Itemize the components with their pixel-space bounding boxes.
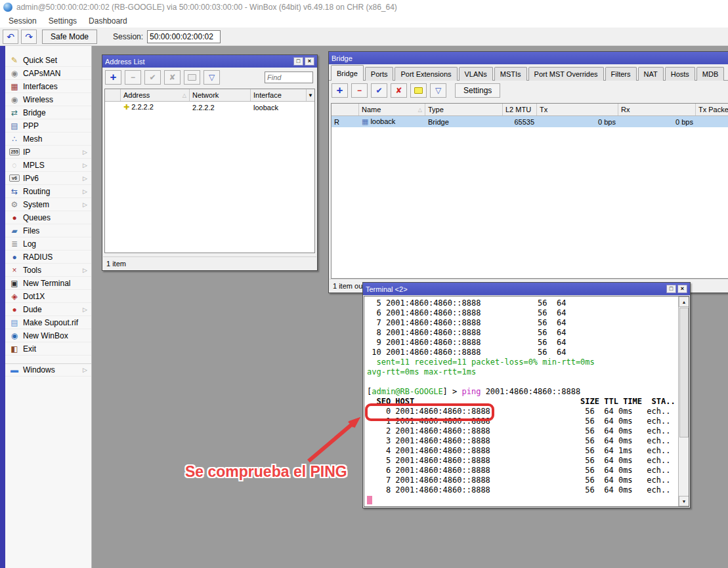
bridge-table: Name△TypeL2 MTUTxRxTx Packet ( R▦looback…	[331, 103, 728, 279]
address-list-titlebar[interactable]: Address List □ ×	[102, 55, 317, 68]
tab-port-mst-overrides[interactable]: Port MST Overrides	[528, 67, 604, 81]
tab-bridge[interactable]: Bridge	[331, 65, 364, 81]
scrollbar-thumb[interactable]	[679, 308, 689, 437]
menu-item-settings[interactable]: Settings	[43, 15, 83, 27]
column-header-flags[interactable]	[105, 89, 121, 101]
column-header-flags[interactable]	[332, 104, 359, 115]
redo-button[interactable]: ↷	[21, 30, 37, 44]
sidebar-item-new-winbox[interactable]: ◉New WinBox	[5, 329, 91, 342]
sidebar-item-wireless[interactable]: ◉Wireless	[5, 93, 91, 106]
sidebar-item-label: System	[23, 200, 83, 209]
disable-button[interactable]: ✘	[164, 70, 181, 85]
terminal-line: 4 2001:4860:4860::8888 56 64 1ms ech..	[367, 446, 677, 456]
ipv6-icon: v6	[9, 174, 20, 182]
sidebar-item-routing[interactable]: ⇆Routing▷	[5, 185, 91, 198]
column-header-type[interactable]: Type	[425, 104, 503, 115]
sidebar-item-windows[interactable]: ▬Windows▷	[5, 363, 91, 376]
scroll-up-icon[interactable]: ▲	[679, 296, 689, 307]
sidebar-item-label: Tools	[23, 266, 83, 275]
column-header-name[interactable]: Name△	[359, 104, 425, 115]
remove-button[interactable]: −	[351, 83, 368, 98]
close-icon[interactable]: ×	[677, 285, 687, 293]
tab-filters[interactable]: Filters	[605, 67, 637, 81]
menu-item-dashboard[interactable]: Dashboard	[83, 15, 133, 27]
tab-ports[interactable]: Ports	[365, 67, 394, 81]
sidebar-item-ipv6[interactable]: v6IPv6▷	[5, 172, 91, 185]
sidebar-item-interfaces[interactable]: ▦Interfaces	[5, 80, 91, 93]
undo-button[interactable]: ↶	[3, 30, 18, 44]
sidebar-item-ip[interactable]: 255IP▷	[5, 146, 91, 159]
sidebar-item-label: New Terminal	[23, 279, 87, 288]
column-header-rx[interactable]: Rx	[618, 104, 696, 115]
sidebar-item-system[interactable]: ⚙System▷	[5, 198, 91, 211]
column-header-tx-packet[interactable]: Tx Packet (	[696, 104, 728, 115]
sidebar-item-mpls[interactable]: ◌MPLS▷	[5, 159, 91, 172]
sidebar-item-capsman[interactable]: ◉CAPsMAN	[5, 67, 91, 80]
terminal-body[interactable]: 5 2001:4860:4860::8888 56 64 6 2001:4860…	[364, 296, 689, 507]
sidebar-item-dot1x[interactable]: ◈Dot1X	[5, 290, 91, 303]
tab-hosts[interactable]: Hosts	[665, 67, 695, 81]
session-field[interactable]	[147, 30, 221, 43]
sidebar-accent-strip	[0, 46, 5, 568]
remove-button[interactable]: −	[125, 70, 141, 85]
maximize-icon[interactable]: □	[666, 285, 676, 293]
column-selector-dropdown-icon[interactable]: ▼	[307, 89, 314, 101]
maximize-icon[interactable]: □	[293, 57, 303, 66]
terminal-text: sent=11 received=11 packet-loss=0% min-r…	[367, 357, 595, 367]
sidebar-item-mesh[interactable]: ∴Mesh	[5, 132, 91, 146]
terminal-text: 8 2001:4860:4860::8888 56 64	[367, 328, 566, 337]
scroll-down-icon[interactable]: ▼	[679, 496, 689, 506]
column-header-network[interactable]: Network	[190, 89, 251, 101]
sidebar-item-bridge[interactable]: ⇄Bridge	[5, 106, 91, 119]
sidebar-item-make-supout-rif[interactable]: ▤Make Supout.rif	[5, 316, 91, 329]
enable-button[interactable]: ✔	[371, 83, 387, 98]
table-row[interactable]: ✚2.2.2.22.2.2.2looback	[105, 102, 314, 113]
sidebar-item-log[interactable]: ≣Log	[5, 237, 91, 251]
sidebar-item-exit[interactable]: ◧Exit	[5, 342, 91, 355]
terminal-line	[367, 495, 677, 505]
safe-mode-button[interactable]: Safe Mode	[42, 30, 97, 44]
filter-button[interactable]: ▽	[203, 70, 220, 85]
settings-button[interactable]: Settings	[455, 83, 500, 98]
tab-vlans[interactable]: VLANs	[459, 67, 493, 81]
bridge-title: Bridge	[332, 54, 728, 62]
tab-mdb[interactable]: MDB	[696, 67, 724, 81]
tab-nat[interactable]: NAT	[638, 67, 664, 81]
sidebar-item-new-terminal[interactable]: ▣New Terminal	[5, 277, 91, 290]
terminal-titlebar[interactable]: Terminal <2> □ ×	[363, 283, 690, 295]
sidebar-item-ppp[interactable]: ▤PPP	[5, 119, 91, 132]
disable-button[interactable]: ✘	[391, 83, 407, 98]
column-header-tx[interactable]: Tx	[537, 104, 618, 115]
winbox-logo-icon	[3, 3, 12, 12]
sidebar-item-files[interactable]: ▰Files	[5, 224, 91, 237]
sidebar-item-label: Mesh	[23, 134, 87, 144]
menu-item-session[interactable]: Session	[3, 15, 43, 27]
enable-button[interactable]: ✔	[144, 70, 161, 85]
close-icon[interactable]: ×	[305, 57, 314, 66]
filter-button[interactable]: ▽	[430, 83, 446, 98]
sidebar-item-dude[interactable]: ●Dude▷	[5, 303, 91, 316]
comment-button[interactable]	[410, 83, 427, 98]
tab-mstis[interactable]: MSTIs	[494, 67, 527, 81]
add-button[interactable]: +	[105, 70, 121, 85]
sidebar-item-tools[interactable]: ×Tools▷	[5, 264, 91, 277]
table-cell: looback	[251, 104, 307, 112]
find-input[interactable]	[265, 71, 313, 83]
submenu-arrow-icon: ▷	[83, 267, 87, 274]
tab-port-extensions[interactable]: Port Extensions	[395, 67, 457, 81]
add-button[interactable]: +	[332, 83, 348, 98]
submenu-arrow-icon: ▷	[83, 201, 87, 208]
comment-button[interactable]	[184, 70, 200, 85]
sidebar-item-radius[interactable]: ●RADIUS	[5, 251, 91, 264]
sidebar-item-quick-set[interactable]: ✎Quick Set	[5, 54, 91, 67]
sidebar-item-queues[interactable]: ●Queues	[5, 211, 91, 224]
column-header-l2-mtu[interactable]: L2 MTU	[503, 104, 537, 115]
sidebar-item-label: Interfaces	[23, 82, 87, 91]
terminal-text: 10 2001:4860:4860::8888 56 64	[367, 348, 566, 357]
table-cell: 2.2.2.2	[190, 104, 251, 112]
terminal-scrollbar[interactable]: ▲ ▼	[678, 296, 689, 506]
column-header-address[interactable]: Address△	[121, 89, 190, 101]
bridge-titlebar[interactable]: Bridge	[329, 52, 728, 64]
column-header-interface[interactable]: Interface	[251, 89, 307, 101]
table-row[interactable]: R▦loobackBridge655350 bps0 bps	[332, 116, 728, 127]
